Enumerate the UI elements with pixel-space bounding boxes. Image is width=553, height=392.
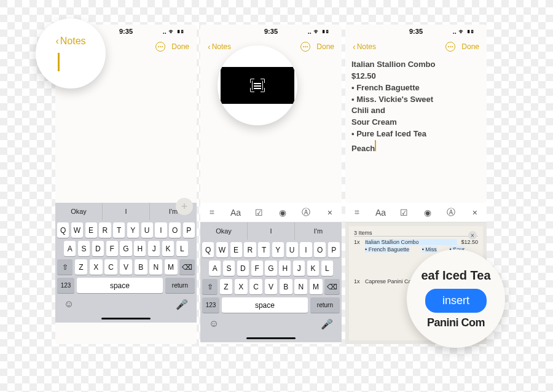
markup-icon[interactable]: Ⓐ <box>444 206 458 219</box>
more-icon[interactable] <box>300 42 310 52</box>
key-u[interactable]: U <box>141 222 153 238</box>
key-a[interactable]: A <box>209 261 221 276</box>
key-j[interactable]: J <box>293 261 305 276</box>
text-format-icon[interactable]: Aa <box>229 206 242 219</box>
key-b[interactable]: B <box>135 259 147 275</box>
camera-icon[interactable]: ◉ <box>276 206 289 219</box>
key-g[interactable]: G <box>265 261 276 276</box>
key-j[interactable]: J <box>148 241 160 256</box>
key-i[interactable]: I <box>300 242 312 257</box>
key-p[interactable]: P <box>183 222 195 238</box>
key-return[interactable]: return <box>165 278 195 293</box>
key-z[interactable]: Z <box>75 259 88 275</box>
home-indicator[interactable] <box>55 314 197 323</box>
predictive-word[interactable]: I <box>103 203 150 220</box>
note-editor[interactable]: Italian Stallion Combo $12.50 • French B… <box>345 55 487 203</box>
key-t[interactable]: T <box>258 242 270 257</box>
predictive-word[interactable]: Okay <box>55 203 103 220</box>
key-l[interactable]: L <box>176 241 188 256</box>
key-m[interactable]: M <box>165 259 178 275</box>
key-e[interactable]: E <box>85 222 97 238</box>
key-h[interactable]: H <box>279 261 291 276</box>
markup-icon[interactable]: Ⓐ <box>299 206 313 219</box>
key-y[interactable]: Y <box>127 222 139 238</box>
key-m[interactable]: M <box>310 279 323 294</box>
key-x[interactable]: X <box>90 259 103 275</box>
key-c[interactable]: C <box>249 279 262 294</box>
key-v[interactable]: V <box>120 259 133 275</box>
done-button[interactable]: Done <box>461 42 479 51</box>
key-y[interactable]: Y <box>272 242 284 257</box>
key-backspace[interactable]: ⌫ <box>324 279 340 294</box>
key-q[interactable]: Q <box>57 222 69 238</box>
close-toolbar-icon[interactable]: × <box>468 206 482 219</box>
key-k[interactable]: K <box>162 241 174 256</box>
key-return[interactable]: return <box>310 297 340 313</box>
key-d[interactable]: D <box>237 261 249 276</box>
key-backspace[interactable]: ⌫ <box>179 259 195 275</box>
key-123[interactable]: 123 <box>57 278 74 293</box>
text-cursor-icon <box>58 53 60 71</box>
key-x[interactable]: X <box>235 279 248 294</box>
predictive-word[interactable]: I'm <box>295 222 342 240</box>
note-line: • Miss. Vickie's Sweet <box>351 94 480 106</box>
add-button[interactable]: + <box>176 198 193 215</box>
back-button[interactable]: ‹ Notes <box>208 42 231 52</box>
key-b[interactable]: B <box>280 279 292 294</box>
key-d[interactable]: D <box>92 241 104 256</box>
key-i[interactable]: I <box>155 222 167 238</box>
key-w[interactable]: W <box>71 222 83 238</box>
key-g[interactable]: G <box>120 241 131 256</box>
predictive-word[interactable]: Okay <box>200 222 248 240</box>
key-t[interactable]: T <box>113 222 125 238</box>
key-n[interactable]: N <box>149 259 162 275</box>
key-shift[interactable]: ⇧ <box>202 279 218 294</box>
key-n[interactable]: N <box>294 279 307 294</box>
key-q[interactable]: Q <box>202 242 214 257</box>
close-toolbar-icon[interactable]: × <box>323 206 337 219</box>
key-shift[interactable]: ⇧ <box>57 259 73 275</box>
key-o[interactable]: O <box>169 222 181 238</box>
key-o[interactable]: O <box>314 242 326 257</box>
insert-button[interactable]: insert <box>425 289 487 313</box>
key-a[interactable]: A <box>64 241 76 256</box>
predictive-word[interactable]: I <box>248 222 295 240</box>
key-w[interactable]: W <box>216 242 228 257</box>
mic-icon[interactable]: 🎤 <box>321 318 333 330</box>
key-h[interactable]: H <box>134 241 146 256</box>
key-s[interactable]: S <box>223 261 235 276</box>
key-l[interactable]: L <box>321 261 333 276</box>
done-button[interactable]: Done <box>171 42 189 51</box>
key-c[interactable]: C <box>104 259 117 275</box>
scan-text-popup[interactable] <box>221 67 294 104</box>
key-u[interactable]: U <box>286 242 298 257</box>
key-r[interactable]: R <box>99 222 111 238</box>
key-e[interactable]: E <box>230 242 242 257</box>
key-k[interactable]: K <box>307 261 319 276</box>
home-indicator[interactable] <box>200 334 342 342</box>
close-icon[interactable]: × <box>468 231 477 240</box>
key-f[interactable]: F <box>106 241 118 256</box>
key-p[interactable]: P <box>328 242 340 257</box>
table-icon[interactable]: ⌗ <box>350 206 364 219</box>
table-icon[interactable]: ⌗ <box>205 206 219 219</box>
key-space[interactable]: space <box>77 278 163 293</box>
mic-icon[interactable]: 🎤 <box>176 299 188 310</box>
key-123[interactable]: 123 <box>202 297 219 313</box>
checklist-icon[interactable]: ☑ <box>253 206 266 219</box>
key-f[interactable]: F <box>251 261 263 276</box>
emoji-icon[interactable]: ☺ <box>209 318 219 329</box>
key-z[interactable]: Z <box>220 279 233 294</box>
checklist-icon[interactable]: ☑ <box>398 206 411 219</box>
back-button[interactable]: ‹ Notes <box>353 42 376 52</box>
camera-icon[interactable]: ◉ <box>421 206 434 219</box>
done-button[interactable]: Done <box>316 42 334 51</box>
key-s[interactable]: S <box>78 241 90 256</box>
emoji-icon[interactable]: ☺ <box>64 299 74 310</box>
text-format-icon[interactable]: Aa <box>374 206 387 219</box>
key-space[interactable]: space <box>222 297 308 313</box>
key-r[interactable]: R <box>244 242 256 257</box>
more-icon[interactable] <box>445 42 455 52</box>
key-v[interactable]: V <box>265 279 278 294</box>
more-icon[interactable] <box>155 42 165 52</box>
